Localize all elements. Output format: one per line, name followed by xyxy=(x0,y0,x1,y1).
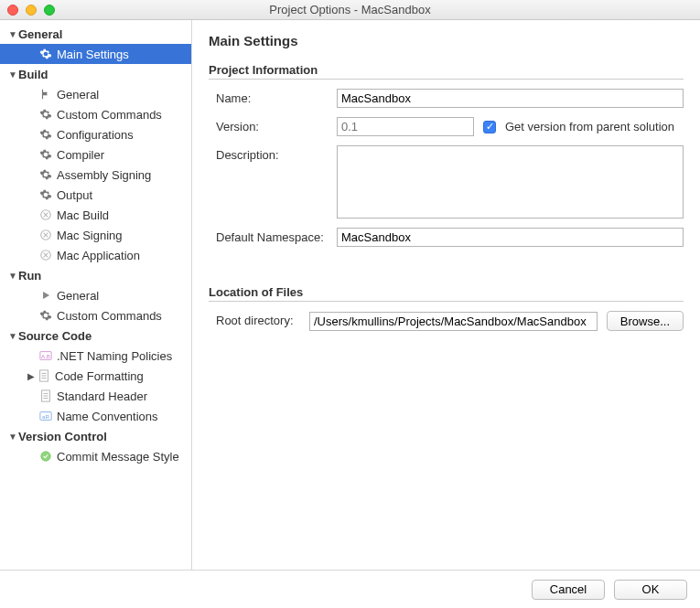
sidebar-category-source-code[interactable]: ▼ Source Code xyxy=(0,325,191,346)
name-input[interactable] xyxy=(337,89,684,108)
ok-button[interactable]: OK xyxy=(614,580,687,600)
gear-icon xyxy=(38,47,53,61)
sidebar-category-label: General xyxy=(18,27,62,41)
play-icon xyxy=(38,288,53,303)
sidebar-item-custom-commands[interactable]: Custom Commands xyxy=(0,104,191,124)
sidebar-item-naming-policies[interactable]: A.B .NET Naming Policies xyxy=(0,346,191,366)
sidebar-item-run-custom-commands[interactable]: Custom Commands xyxy=(0,305,191,325)
sidebar-category-label: Build xyxy=(18,68,48,81)
sidebar: ▼ General Main Settings ▼ Build General xyxy=(0,20,192,570)
sidebar-category-version-control[interactable]: ▼ Version Control xyxy=(0,426,191,446)
close-window-button[interactable] xyxy=(7,5,18,16)
root-directory-label: Root directory: xyxy=(209,311,309,327)
sidebar-item-label: Commit Message Style xyxy=(57,450,179,464)
section-divider xyxy=(209,79,684,80)
zoom-window-button[interactable] xyxy=(44,5,55,16)
check-circle-icon xyxy=(38,449,53,464)
sidebar-item-mac-signing[interactable]: Mac Signing xyxy=(0,225,191,245)
sidebar-item-output[interactable]: Output xyxy=(0,185,191,205)
sidebar-item-mac-application[interactable]: Mac Application xyxy=(0,245,191,265)
sidebar-item-label: General xyxy=(57,88,99,101)
sidebar-item-label: Compiler xyxy=(57,148,104,162)
disclosure-triangle-icon: ▶ xyxy=(26,371,37,381)
sidebar-item-label: Output xyxy=(57,188,92,202)
sidebar-category-label: Run xyxy=(18,269,41,283)
disclosure-triangle-icon: ▼ xyxy=(7,331,18,341)
sidebar-item-run-general[interactable]: General xyxy=(0,285,191,305)
sidebar-item-name-conventions[interactable]: aR Name Conventions xyxy=(0,406,191,426)
sidebar-item-label: Mac Application xyxy=(57,249,140,262)
sidebar-category-run[interactable]: ▼ Run xyxy=(0,265,191,285)
minimize-window-button[interactable] xyxy=(26,5,37,16)
section-title-project-info: Project Information xyxy=(209,63,684,77)
x-circle-icon xyxy=(38,248,53,262)
sidebar-category-general[interactable]: ▼ General xyxy=(0,24,191,44)
svg-point-15 xyxy=(41,452,51,462)
sidebar-item-label: Name Conventions xyxy=(57,410,158,423)
section-divider xyxy=(209,301,684,302)
version-from-parent-checkbox[interactable]: ✓ xyxy=(483,121,496,133)
section-title-location: Location of Files xyxy=(209,285,684,299)
x-circle-icon xyxy=(38,208,53,222)
form-row-description: Description: xyxy=(209,145,684,219)
sidebar-category-label: Version Control xyxy=(18,430,107,443)
sidebar-item-assembly-signing[interactable]: Assembly Signing xyxy=(0,165,191,185)
version-checkbox-label: Get version from parent solution xyxy=(505,120,674,133)
form-row-version: Version: ✓ Get version from parent solut… xyxy=(209,117,684,136)
flag-icon xyxy=(38,87,53,101)
namespace-label: Default Namespace: xyxy=(209,228,337,244)
sidebar-item-label: Code Formatting xyxy=(55,369,144,383)
gear-icon xyxy=(38,127,53,142)
description-label: Description: xyxy=(209,145,337,162)
sidebar-item-label: Main Settings xyxy=(57,48,129,61)
description-textarea[interactable] xyxy=(337,145,684,219)
sidebar-item-label: Assembly Signing xyxy=(57,168,151,182)
disclosure-triangle-icon: ▼ xyxy=(7,271,18,281)
disclosure-triangle-icon: ▼ xyxy=(7,69,18,80)
gear-icon xyxy=(38,147,53,162)
sidebar-item-commit-style[interactable]: Commit Message Style xyxy=(0,446,191,466)
sidebar-item-standard-header[interactable]: Standard Header xyxy=(0,386,191,406)
root-directory-input[interactable] xyxy=(309,312,598,331)
disclosure-triangle-icon: ▼ xyxy=(7,432,18,442)
document-icon xyxy=(37,368,51,383)
form-row-root-directory: Root directory: Browse... xyxy=(209,311,684,331)
svg-text:A.B: A.B xyxy=(41,353,50,359)
window-title: Project Options - MacSandbox xyxy=(0,3,700,16)
sidebar-item-label: Mac Build xyxy=(57,208,109,222)
window-controls xyxy=(0,5,55,16)
name-label: Name: xyxy=(209,89,337,105)
page-title: Main Settings xyxy=(209,33,684,48)
gear-icon xyxy=(38,107,53,122)
version-label: Version: xyxy=(209,117,337,133)
gear-icon xyxy=(38,167,53,182)
ar-box-icon: aR xyxy=(38,409,53,423)
sidebar-item-label: Standard Header xyxy=(57,389,147,403)
document-icon xyxy=(38,389,53,403)
svg-text:aR: aR xyxy=(42,413,49,420)
sidebar-item-label: Mac Signing xyxy=(57,229,123,242)
sidebar-item-label: Custom Commands xyxy=(57,309,162,323)
form-row-name: Name: xyxy=(209,89,684,108)
cancel-button[interactable]: Cancel xyxy=(532,580,605,600)
namespace-input[interactable] xyxy=(337,228,684,247)
version-input[interactable] xyxy=(337,117,474,136)
sidebar-item-main-settings[interactable]: Main Settings xyxy=(0,44,191,64)
main-panel: Main Settings Project Information Name: … xyxy=(192,20,700,570)
titlebar: Project Options - MacSandbox xyxy=(0,0,700,20)
x-circle-icon xyxy=(38,228,53,242)
sidebar-item-label: .NET Naming Policies xyxy=(57,349,172,363)
browse-button[interactable]: Browse... xyxy=(607,311,684,331)
sidebar-item-label: General xyxy=(57,289,99,303)
sidebar-item-code-formatting[interactable]: ▶ Code Formatting xyxy=(0,366,191,386)
sidebar-item-mac-build[interactable]: Mac Build xyxy=(0,205,191,225)
sidebar-item-configurations[interactable]: Configurations xyxy=(0,124,191,144)
sidebar-item-compiler[interactable]: Compiler xyxy=(0,144,191,165)
form-row-namespace: Default Namespace: xyxy=(209,228,684,247)
sidebar-item-label: Configurations xyxy=(57,128,134,142)
dialog-footer: Cancel OK xyxy=(0,570,700,608)
sidebar-item-build-general[interactable]: General xyxy=(0,84,191,104)
gear-icon xyxy=(38,308,53,323)
sidebar-category-build[interactable]: ▼ Build xyxy=(0,64,191,84)
sidebar-item-label: Custom Commands xyxy=(57,108,162,122)
